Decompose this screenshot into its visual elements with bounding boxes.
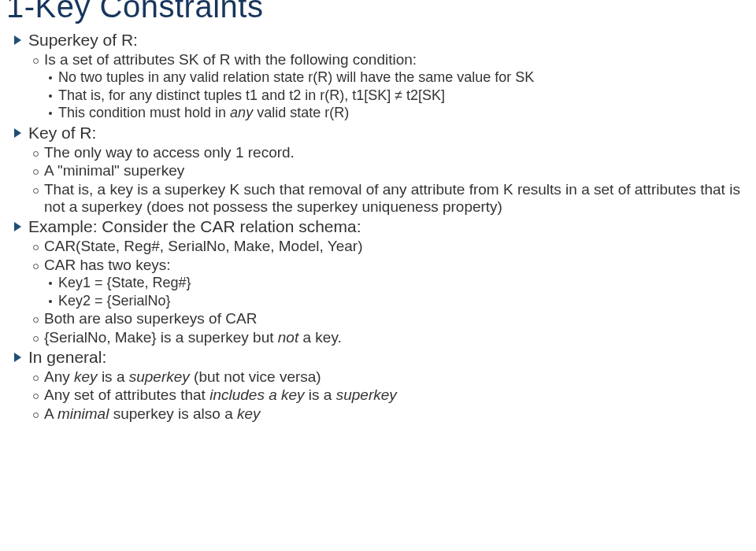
bullet-level2: {SerialNo, Make} is a superkey but not a… <box>28 329 750 346</box>
bullet-level2-label: {SerialNo, Make} is a superkey but not a… <box>44 329 342 346</box>
bullet-level2-label: The only way to access only 1 record. <box>44 144 295 161</box>
bullet-level1-label: Example: Consider the CAR relation schem… <box>28 217 361 235</box>
bullet-level2-label: Is a set of attributes SK of R with the … <box>44 51 417 68</box>
bullet-level2-label: Any key is a superkey (but not vice vers… <box>44 368 321 385</box>
bullet-level1-label: Superkey of R: <box>28 31 138 49</box>
bullet-level2-label: Any set of attributes that includes a ke… <box>44 386 397 403</box>
bullet-level2-label: CAR has two keys: <box>44 257 171 273</box>
slide-title: 1-Key Constraints <box>0 0 756 24</box>
bullet-level3: Key2 = {SerialNo} <box>44 293 750 310</box>
bullet-level2-label: A "minimal" superkey <box>44 162 184 179</box>
bullet-level2-label: A minimal superkey is also a key <box>44 405 261 422</box>
bullet-level3: No two tuples in any valid relation stat… <box>44 69 750 87</box>
bullet-level1-label: Key of R: <box>28 124 96 142</box>
bullet-level2: The only way to access only 1 record. <box>28 144 750 161</box>
bullet-level2-label: Both are also superkeys of CAR <box>44 310 257 327</box>
bullet-level2: CAR(State, Reg#, SerialNo, Make, Model, … <box>28 238 750 255</box>
bullet-level2: Any set of attributes that includes a ke… <box>28 386 750 404</box>
bullet-level2: CAR has two keys:Key1 = {State, Reg#}Key… <box>28 257 750 310</box>
bullet-level2: Both are also superkeys of CAR <box>28 310 750 327</box>
bullet-level2-label: CAR(State, Reg#, SerialNo, Make, Model, … <box>44 238 362 254</box>
bullet-level2: A minimal superkey is also a key <box>28 405 750 423</box>
bullet-level3: Key1 = {State, Reg#} <box>44 275 750 292</box>
bullet-level1: Superkey of R:Is a set of attributes SK … <box>6 31 750 122</box>
bullet-level3: That is, for any distinct tuples t1 and … <box>44 87 750 105</box>
bullet-level2: A "minimal" superkey <box>28 162 750 179</box>
bullet-level1-label: In general: <box>28 348 106 366</box>
bullet-level1: Key of R:The only way to access only 1 r… <box>6 124 750 216</box>
bullet-level3: This condition must hold in any valid st… <box>44 105 750 122</box>
slide-content: Superkey of R:Is a set of attributes SK … <box>0 24 756 423</box>
bullet-level1: Example: Consider the CAR relation schem… <box>6 217 750 346</box>
bullet-level2-label: That is, a key is a superkey K such that… <box>44 181 740 215</box>
bullet-level2: Any key is a superkey (but not vice vers… <box>28 368 750 386</box>
bullet-level2: Is a set of attributes SK of R with the … <box>28 51 750 122</box>
bullet-level1: In general:Any key is a superkey (but no… <box>6 348 750 423</box>
bullet-level2: That is, a key is a superkey K such that… <box>28 181 750 216</box>
